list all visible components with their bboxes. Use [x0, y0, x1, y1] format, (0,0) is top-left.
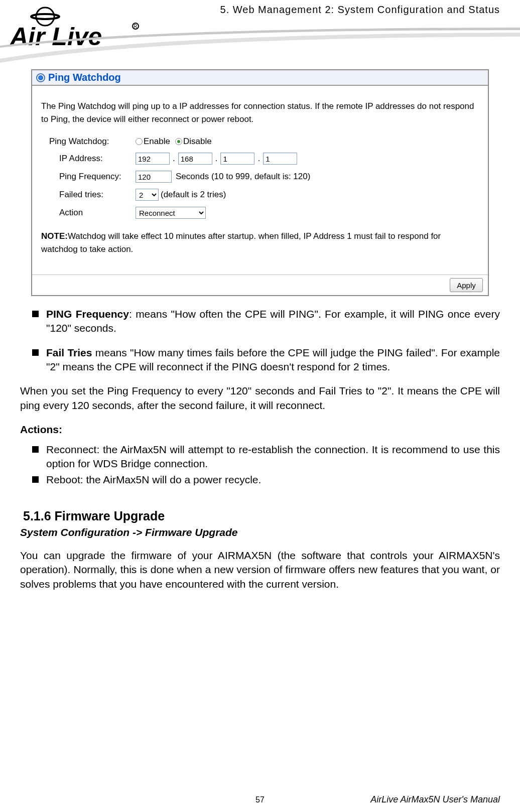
failed-tries-label: Failed tries:: [41, 190, 136, 200]
actions-heading: Actions:: [20, 424, 500, 436]
header-swoosh: [0, 28, 520, 68]
bullet-ping-frequency: PING Frequency: means "How often the CPE…: [20, 307, 500, 336]
disable-label: Disable: [183, 137, 212, 147]
bullet-reboot: Reboot: the AirMax5N will do a power rec…: [20, 473, 500, 487]
ping-watchdog-label: Ping Watchdog:: [41, 137, 136, 147]
panel-title-row: Ping Watchdog: [36, 72, 484, 83]
apply-button[interactable]: Apply: [450, 278, 483, 292]
action-label: Action: [41, 208, 136, 218]
section-heading: 5.1.6 Firmware Upgrade: [20, 509, 500, 523]
manual-title: AirLive AirMax5N User's Manual: [370, 794, 500, 805]
enable-label: Enable: [144, 137, 170, 147]
disable-radio[interactable]: [175, 138, 182, 145]
target-icon: [36, 73, 45, 82]
panel-description: The Ping Watchdog will ping up to a IP a…: [41, 100, 479, 125]
ip-octet-1[interactable]: [136, 153, 170, 165]
enable-radio[interactable]: [136, 138, 143, 145]
ip-address-label: IP Address:: [41, 154, 136, 164]
ip-dot: .: [254, 154, 263, 164]
bullet-reconnect: Reconnect: the AirMax5N will attempt to …: [20, 443, 500, 471]
ping-frequency-input[interactable]: [136, 171, 172, 183]
section-breadcrumb: System Configuration -> Firmware Upgrade: [20, 526, 500, 538]
note-text: NOTE:Watchdog will take effect 10 minute…: [41, 230, 479, 255]
ip-dot: .: [170, 154, 178, 164]
ping-frequency-hint: Seconds (10 to 999, default is: 120): [176, 172, 310, 182]
ip-dot: .: [212, 154, 221, 164]
ping-frequency-label: Ping Frequency:: [41, 172, 136, 182]
ip-octet-2[interactable]: [178, 153, 212, 165]
ip-octet-3[interactable]: [220, 153, 254, 165]
panel-title-text: Ping Watchdog: [48, 72, 121, 83]
ip-octet-4[interactable]: [263, 153, 297, 165]
failed-tries-hint: (default is 2 tries): [161, 190, 226, 200]
ping-watchdog-panel: Ping Watchdog The Ping Watchdog will pin…: [31, 69, 489, 296]
action-select[interactable]: Reconnect: [136, 207, 206, 219]
page-number: 57: [255, 795, 265, 804]
failed-tries-select[interactable]: 2: [136, 189, 159, 201]
chapter-title: 5. Web Management 2: System Configuratio…: [220, 4, 500, 16]
bullet-fail-tries: Fail Tries means "How many times fails b…: [20, 346, 500, 374]
section-paragraph: You can upgrade the firmware of your AIR…: [20, 549, 500, 591]
explanation-paragraph: When you set the Ping Frequency to every…: [20, 384, 500, 413]
